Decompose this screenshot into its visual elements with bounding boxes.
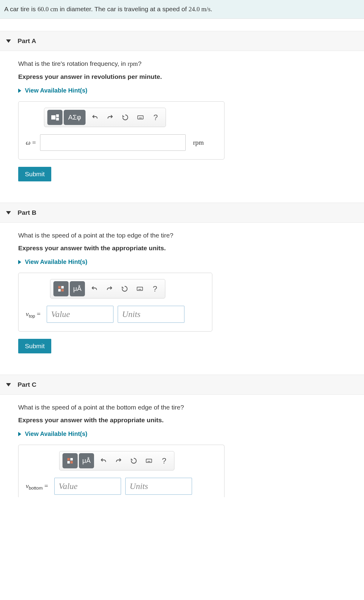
part-a-header[interactable]: Part A	[0, 31, 364, 51]
units-button[interactable]: μÅ	[79, 453, 94, 468]
caret-down-icon	[6, 39, 11, 43]
help-icon: ?	[153, 113, 158, 122]
part-c-header[interactable]: Part C	[0, 375, 364, 395]
undo-icon	[100, 457, 107, 464]
reset-icon	[121, 285, 128, 292]
part-b-units-placeholder: Units	[122, 309, 141, 319]
keyboard-button[interactable]	[133, 282, 147, 296]
greek-symbols-button[interactable]: ΑΣφ	[64, 110, 86, 125]
caret-down-icon	[6, 211, 11, 214]
part-c-title: Part C	[18, 381, 36, 388]
part-a-body: What is the tire's rotation frequency, i…	[0, 51, 364, 190]
keyboard-button[interactable]	[142, 454, 156, 468]
caret-right-icon	[18, 89, 21, 93]
part-c-equals: =	[43, 482, 48, 490]
part-b-value-input[interactable]: Value	[47, 306, 113, 323]
part-b-hints-link[interactable]: View Available Hint(s)	[18, 258, 346, 265]
part-c-var-label: vbottom =	[26, 482, 48, 490]
undo-button[interactable]	[96, 454, 110, 468]
part-c-value-placeholder: Value	[59, 481, 78, 491]
part-c-var-sub: bottom	[29, 485, 43, 490]
problem-text-2: in diameter. The car is traveling at a s…	[58, 5, 188, 12]
undo-icon	[92, 114, 98, 121]
part-c-hints-link[interactable]: View Available Hint(s)	[18, 430, 346, 437]
help-button[interactable]: ?	[149, 110, 163, 124]
greek-symbols-label: ΑΣφ	[68, 113, 81, 121]
redo-button[interactable]	[103, 110, 117, 124]
help-button[interactable]: ?	[148, 282, 162, 296]
template-icon	[67, 458, 73, 463]
svg-rect-6	[137, 287, 143, 291]
part-b-body: What is the speed of a point at the top …	[0, 223, 364, 362]
redo-icon	[115, 457, 122, 464]
part-a-hints-label: View Available Hint(s)	[25, 87, 87, 94]
part-c-answer-box: μÅ ? vbottom = Value Units	[18, 445, 224, 497]
svg-rect-0	[138, 116, 143, 119]
part-c-toolbar: μÅ ?	[59, 451, 174, 470]
part-c-value-input[interactable]: Value	[54, 478, 121, 495]
part-a-submit-button[interactable]: Submit	[18, 167, 51, 181]
part-a-instruction: Express your answer in revolutions per m…	[18, 73, 346, 80]
part-b-answer-row: vtop = Value Units	[26, 306, 205, 323]
redo-icon	[107, 114, 113, 121]
part-b-var-label: vtop =	[26, 310, 41, 319]
units-button[interactable]: μÅ	[70, 281, 85, 296]
part-a-unit-label: rpm	[193, 139, 204, 147]
template-icon	[51, 114, 59, 120]
units-button-label: μÅ	[82, 457, 90, 465]
part-a-answer-input[interactable]	[40, 134, 186, 151]
help-button[interactable]: ?	[157, 454, 171, 468]
units-button-label: μÅ	[73, 285, 81, 293]
part-b-units-input[interactable]: Units	[118, 306, 184, 323]
undo-button[interactable]	[88, 110, 102, 124]
keyboard-button[interactable]	[133, 110, 147, 124]
part-c-question: What is the speed of a point at the bott…	[18, 404, 346, 411]
part-a-title: Part A	[18, 37, 36, 45]
part-c-units-placeholder: Units	[130, 481, 148, 491]
part-b-question: What is the speed of a point at the top …	[18, 232, 346, 239]
part-c-hints-label: View Available Hint(s)	[25, 430, 87, 437]
part-a-equals: =	[31, 139, 36, 146]
problem-speed: 24.0 m/s	[189, 5, 211, 13]
part-a-var-label: ω =	[26, 139, 36, 147]
part-c-instruction: Express your answer with the appropriate…	[18, 416, 346, 424]
part-b-var-symbol: v	[26, 310, 29, 318]
template-button[interactable]	[53, 281, 69, 296]
caret-right-icon	[18, 260, 21, 264]
part-b-hints-label: View Available Hint(s)	[25, 258, 87, 265]
part-a-hints-link[interactable]: View Available Hint(s)	[18, 87, 346, 94]
part-b-header[interactable]: Part B	[0, 203, 364, 223]
problem-statement: A car tire is 60.0 cm in diameter. The c…	[0, 0, 364, 19]
keyboard-icon	[136, 285, 143, 292]
template-button[interactable]	[62, 453, 78, 468]
reset-button[interactable]	[118, 282, 132, 296]
part-b-var-sub: top	[29, 313, 35, 319]
part-c-units-input[interactable]: Units	[125, 478, 192, 495]
template-button[interactable]	[47, 110, 62, 125]
redo-icon	[106, 285, 113, 292]
part-a-answer-row: ω = rpm	[26, 134, 217, 151]
part-b-title: Part B	[18, 209, 36, 216]
part-a-question: What is the tire's rotation frequency, i…	[18, 60, 346, 68]
part-a-question-unit: rpm	[128, 60, 138, 67]
reset-icon	[122, 114, 129, 121]
problem-diameter: 60.0 cm	[38, 5, 58, 13]
part-a-toolbar: ΑΣφ ?	[44, 108, 166, 127]
redo-button[interactable]	[103, 282, 116, 296]
part-b-instruction: Express your answer twith the appropriat…	[18, 244, 346, 252]
reset-button[interactable]	[118, 110, 132, 124]
part-b-submit-button[interactable]: Submit	[18, 339, 51, 353]
part-c-answer-row: vbottom = Value Units	[26, 478, 217, 495]
help-icon: ?	[162, 456, 166, 466]
part-a-question-before: What is the tire's rotation frequency, i…	[18, 60, 128, 67]
part-a-question-after: ?	[138, 60, 142, 67]
reset-button[interactable]	[127, 454, 141, 468]
redo-button[interactable]	[112, 454, 126, 468]
undo-button[interactable]	[87, 282, 101, 296]
keyboard-icon	[146, 457, 152, 464]
reset-icon	[130, 457, 137, 464]
part-b-equals: =	[35, 310, 41, 318]
problem-text-1: A car tire is	[4, 5, 38, 12]
help-icon: ?	[153, 284, 157, 294]
part-a-answer-box: ΑΣφ ? ω = rpm	[18, 101, 224, 160]
